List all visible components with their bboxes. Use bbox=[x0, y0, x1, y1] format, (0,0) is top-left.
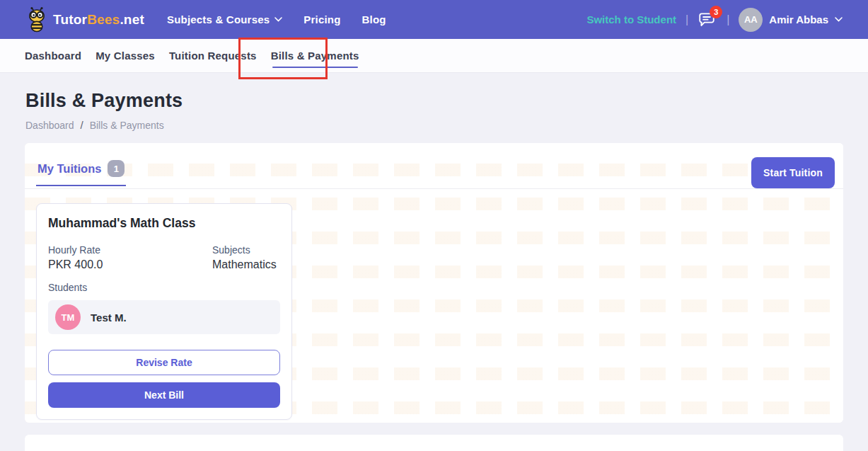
breadcrumb-separator: / bbox=[81, 119, 83, 131]
dashboard-tabbar: Dashboard My Classes Tuition Requests Bi… bbox=[0, 39, 868, 73]
page-title: Bills & Payments bbox=[25, 90, 843, 112]
chat-button[interactable]: 3 bbox=[698, 11, 717, 29]
tab-my-classes[interactable]: My Classes bbox=[96, 39, 155, 72]
chat-unread-badge: 3 bbox=[710, 6, 722, 18]
tuition-info-grid: Hourly Rate Subjects PKR 400.0 Mathemati… bbox=[48, 244, 280, 271]
revise-rate-button[interactable]: Revise Rate bbox=[48, 350, 280, 375]
panel-header: My Tuitions 1 Start Tuition bbox=[25, 143, 843, 189]
navbar-separator: | bbox=[727, 13, 729, 26]
chevron-down-icon bbox=[274, 17, 282, 22]
tab-bills-payments[interactable]: Bills & Payments bbox=[271, 39, 359, 72]
chevron-down-icon bbox=[835, 17, 843, 22]
student-row[interactable]: TM Test M. bbox=[48, 300, 280, 334]
logo-wordmark: TutorBees.net bbox=[53, 12, 144, 28]
student-name: Test M. bbox=[91, 312, 127, 324]
hourly-rate-label: Hourly Rate bbox=[48, 244, 212, 256]
nav-item-pricing[interactable]: Pricing bbox=[303, 13, 340, 25]
my-tuitions-tab[interactable]: My Tuitions 1 bbox=[36, 157, 126, 186]
breadcrumb: Dashboard / Bills & Payments bbox=[25, 119, 843, 131]
breadcrumb-current: Bills & Payments bbox=[90, 120, 164, 131]
subjects-label: Subjects bbox=[212, 244, 280, 256]
tutorbees-logo[interactable]: TutorBees.net bbox=[25, 7, 144, 33]
students-label: Students bbox=[48, 282, 280, 293]
start-tuition-button[interactable]: Start Tuition bbox=[751, 157, 835, 188]
next-section-card bbox=[25, 435, 843, 451]
nav-item-blog[interactable]: Blog bbox=[362, 13, 386, 25]
navbar-right: Switch to Student | 3 | AA Amir Abbas bbox=[586, 8, 843, 32]
page-header: Bills & Payments Dashboard / Bills & Pay… bbox=[0, 73, 868, 131]
user-name: Amir Abbas bbox=[769, 13, 828, 25]
top-navbar: TutorBees.net Subjects & Courses Pricing… bbox=[0, 0, 868, 39]
nav-item-subjects-courses[interactable]: Subjects & Courses bbox=[167, 13, 282, 25]
navbar-separator: | bbox=[685, 13, 688, 26]
breadcrumb-dashboard[interactable]: Dashboard bbox=[25, 120, 74, 131]
bills-payments-panel: My Tuitions 1 Start Tuition Muhammad's M… bbox=[25, 143, 843, 423]
next-bill-button[interactable]: Next Bill bbox=[48, 382, 280, 408]
user-avatar: AA bbox=[739, 8, 763, 32]
tuition-card: Muhammad's Math Class Hourly Rate Subjec… bbox=[36, 203, 292, 420]
navbar-menu: Subjects & Courses Pricing Blog bbox=[167, 13, 386, 25]
tuition-title: Muhammad's Math Class bbox=[48, 216, 280, 231]
tab-tuition-requests[interactable]: Tuition Requests bbox=[169, 39, 257, 72]
student-avatar: TM bbox=[55, 304, 81, 330]
tab-dashboard[interactable]: Dashboard bbox=[25, 39, 81, 72]
tuitions-count-badge: 1 bbox=[108, 160, 125, 177]
my-tuitions-label: My Tuitions bbox=[37, 162, 101, 176]
user-menu[interactable]: AA Amir Abbas bbox=[739, 8, 843, 32]
switch-to-student-link[interactable]: Switch to Student bbox=[586, 13, 676, 25]
subjects-value: Mathematics bbox=[212, 258, 280, 271]
hourly-rate-value: PKR 400.0 bbox=[48, 258, 212, 271]
bee-logo-icon bbox=[25, 7, 48, 33]
